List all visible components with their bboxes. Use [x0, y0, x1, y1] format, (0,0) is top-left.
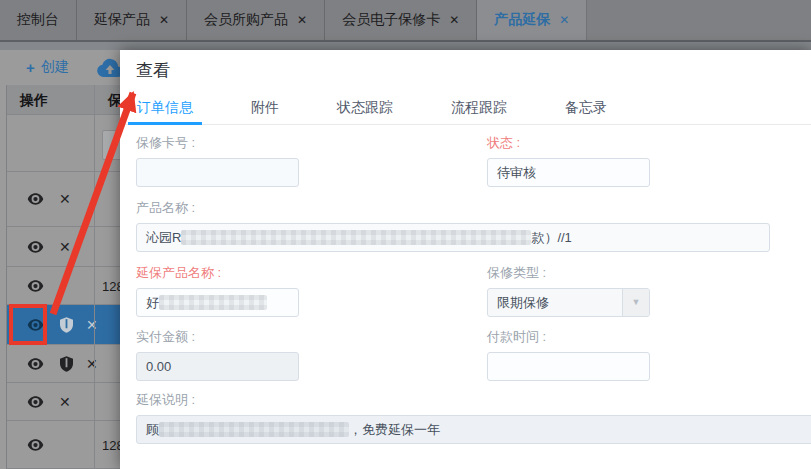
- redacted-blur: [159, 422, 349, 437]
- ext-product-name-prefix: 好: [146, 295, 159, 310]
- shield-icon[interactable]: [60, 356, 73, 372]
- close-icon[interactable]: ✕: [297, 13, 307, 27]
- dialog-tab-process-tracking[interactable]: 流程跟踪: [442, 92, 516, 124]
- status-field[interactable]: 待审核: [487, 158, 650, 187]
- dialog-tab-order-info[interactable]: 订单信息: [128, 92, 202, 124]
- pay-time-label: 付款时间 :: [487, 328, 650, 346]
- view-icon[interactable]: [27, 358, 44, 370]
- create-button[interactable]: + 创建: [26, 58, 69, 76]
- create-button-label: 创建: [41, 58, 69, 76]
- view-dialog: 查看 订单信息 附件 状态跟踪 流程跟踪 备忘录 保修卡号 : 状态 : 待审核…: [120, 50, 811, 469]
- tab-label: 会员所购产品: [204, 11, 288, 29]
- card-no-label: 保修卡号 :: [136, 134, 299, 152]
- tab-warranty-products[interactable]: 延保产品 ✕: [77, 0, 187, 40]
- tab-label: 延保产品: [94, 11, 150, 29]
- tab-member-products[interactable]: 会员所购产品 ✕: [187, 0, 325, 40]
- redacted-blur: [181, 230, 531, 245]
- view-icon[interactable]: [27, 396, 44, 408]
- ext-product-name-label: 延保产品名称 :: [136, 264, 299, 282]
- dialog-tab-memo[interactable]: 备忘录: [556, 92, 616, 124]
- delete-icon[interactable]: ✕: [59, 394, 71, 410]
- tab-label: 产品延保: [494, 11, 550, 29]
- column-header-operation: 操作: [7, 85, 94, 114]
- delete-icon[interactable]: ✕: [59, 239, 71, 255]
- tabbar-shadow-strip: [0, 42, 811, 50]
- warranty-desc-suffix: ，免费延保一年: [349, 422, 440, 437]
- view-icon[interactable]: [27, 241, 44, 253]
- tab-product-extension[interactable]: 产品延保 ✕: [477, 0, 587, 40]
- warranty-desc-field[interactable]: 顾，免费延保一年: [136, 415, 811, 444]
- warranty-type-label: 保修类型 :: [487, 264, 650, 282]
- chevron-down-icon[interactable]: ▼: [622, 289, 649, 316]
- warranty-desc-prefix: 顾: [146, 422, 159, 437]
- tab-label: 会员电子保修卡: [342, 11, 440, 29]
- annotation-highlight-box: [9, 304, 47, 345]
- redacted-blur: [159, 295, 267, 310]
- paid-amount-label: 实付金额 :: [136, 328, 299, 346]
- tab-member-ecard[interactable]: 会员电子保修卡 ✕: [325, 0, 477, 40]
- warranty-type-value: 限期保修: [488, 289, 622, 316]
- view-icon[interactable]: [27, 193, 44, 205]
- close-icon[interactable]: ✕: [449, 13, 459, 27]
- close-icon[interactable]: ✕: [559, 13, 569, 27]
- product-name-field[interactable]: 沁园R款）//1: [136, 223, 770, 252]
- delete-icon[interactable]: ✕: [59, 191, 71, 207]
- product-name-suffix: 款）//1: [531, 230, 571, 245]
- warranty-desc-label: 延保说明 :: [136, 391, 811, 409]
- product-name-label: 产品名称 :: [136, 199, 770, 217]
- view-icon[interactable]: [27, 439, 44, 451]
- plus-icon: +: [26, 59, 35, 76]
- tab-console[interactable]: 控制台: [0, 0, 77, 40]
- paid-amount-field[interactable]: 0.00: [136, 352, 299, 381]
- dialog-tabbar: 订单信息 附件 状态跟踪 流程跟踪 备忘录: [120, 92, 811, 125]
- dialog-tab-status-tracking[interactable]: 状态跟踪: [328, 92, 402, 124]
- dialog-tab-attachments[interactable]: 附件: [242, 92, 288, 124]
- dialog-title: 查看: [136, 59, 170, 82]
- card-no-field[interactable]: [136, 158, 299, 187]
- tab-label: 控制台: [17, 11, 59, 29]
- ext-product-name-field[interactable]: 好: [136, 288, 299, 317]
- app-root: 控制台 延保产品 ✕ 会员所购产品 ✕ 会员电子保修卡 ✕ 产品延保 ✕ + 创…: [0, 0, 811, 469]
- status-label: 状态 :: [487, 134, 650, 152]
- view-icon[interactable]: [27, 280, 44, 292]
- product-name-prefix: 沁园R: [146, 230, 181, 245]
- close-icon[interactable]: ✕: [159, 13, 169, 27]
- shield-icon[interactable]: [60, 317, 73, 333]
- pay-time-field[interactable]: [487, 352, 650, 381]
- warranty-type-select[interactable]: 限期保修 ▼: [487, 288, 650, 317]
- page-tabbar: 控制台 延保产品 ✕ 会员所购产品 ✕ 会员电子保修卡 ✕ 产品延保 ✕: [0, 0, 811, 42]
